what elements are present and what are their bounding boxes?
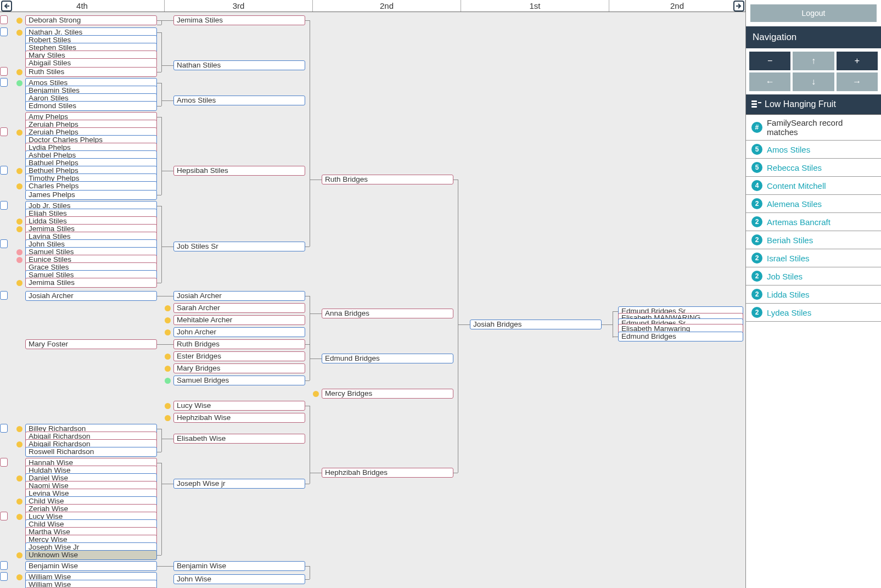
person-node[interactable]: Lucy Wise bbox=[173, 401, 305, 411]
status-dot bbox=[16, 80, 23, 86]
person-stub[interactable] bbox=[0, 166, 8, 175]
person-stub[interactable] bbox=[0, 78, 8, 87]
person-node[interactable]: Josiah Archer bbox=[173, 291, 305, 301]
person-node[interactable]: Hepsibah Stiles bbox=[173, 166, 305, 176]
person-node[interactable]: Jemima Stiles bbox=[25, 278, 157, 288]
person-node[interactable]: Mary Foster bbox=[25, 339, 157, 349]
connector-line bbox=[305, 484, 310, 484]
person-stub[interactable] bbox=[0, 239, 8, 248]
person-node[interactable]: Ruth Bridges bbox=[173, 339, 305, 349]
person-stub[interactable] bbox=[0, 424, 8, 433]
connector-line bbox=[161, 83, 162, 106]
person-node[interactable]: James Phelps bbox=[25, 190, 157, 200]
status-dot bbox=[16, 249, 23, 255]
navigation-buttons: − ↑ + ← ↓ → bbox=[746, 48, 881, 94]
person-node[interactable]: Ester Bridges bbox=[173, 351, 305, 361]
lhf-item[interactable]: 2Beriah Stiles bbox=[746, 231, 881, 249]
person-stub[interactable] bbox=[0, 127, 8, 136]
person-node[interactable]: Josiah Archer bbox=[25, 291, 157, 301]
connector-line bbox=[157, 296, 173, 296]
person-stub[interactable] bbox=[0, 201, 8, 210]
person-node[interactable]: Sarah Archer bbox=[173, 303, 305, 313]
person-node[interactable]: Hephzibah Bridges bbox=[322, 468, 453, 478]
lhf-badge: 2 bbox=[751, 234, 762, 245]
pan-down-button[interactable]: ↓ bbox=[793, 72, 834, 91]
pan-up-button[interactable]: ↑ bbox=[793, 52, 834, 70]
lhf-item[interactable]: 2Lydea Stiles bbox=[746, 304, 881, 322]
expand-left-button[interactable] bbox=[1, 1, 12, 12]
lhf-item[interactable]: 2Alemena Stiles bbox=[746, 195, 881, 213]
lhf-item[interactable]: 2Israel Stiles bbox=[746, 249, 881, 267]
person-node[interactable]: Josiah Bridges bbox=[470, 320, 602, 329]
person-node[interactable]: Anna Bridges bbox=[322, 309, 453, 318]
person-node[interactable]: Benjamin Wise bbox=[173, 561, 305, 571]
person-node[interactable]: Edmund Bridges bbox=[322, 354, 453, 363]
connector-line bbox=[310, 20, 310, 247]
family-tree[interactable]: Deborah StrongNathan Jr. StilesRobert St… bbox=[0, 12, 745, 588]
arrow-expand-right-icon bbox=[736, 3, 742, 9]
status-dot bbox=[16, 183, 23, 189]
connector-line bbox=[157, 555, 161, 556]
person-node[interactable]: Ruth Bridges bbox=[322, 175, 453, 184]
lhf-link[interactable]: Content Mitchell bbox=[767, 181, 826, 191]
connector-line bbox=[458, 324, 470, 325]
lhf-title: Low Hanging Fruit bbox=[765, 99, 836, 109]
expand-right-button[interactable] bbox=[733, 1, 744, 12]
person-stub[interactable] bbox=[0, 67, 8, 76]
lhf-item[interactable]: 4Content Mitchell bbox=[746, 177, 881, 195]
person-node[interactable]: John Wise bbox=[173, 574, 305, 584]
person-node[interactable]: Roswell Richardson bbox=[25, 447, 157, 457]
person-stub[interactable] bbox=[0, 572, 8, 581]
zoom-out-button[interactable]: − bbox=[749, 52, 790, 70]
person-node[interactable]: Amos Stiles bbox=[173, 96, 305, 105]
person-stub[interactable] bbox=[0, 561, 8, 570]
person-node[interactable]: Elisabeth Wise bbox=[173, 434, 305, 444]
lhf-link[interactable]: Lidda Stiles bbox=[767, 290, 810, 299]
zoom-in-button[interactable]: + bbox=[837, 52, 878, 70]
logout-button[interactable]: Logout bbox=[750, 4, 877, 22]
lhf-item[interactable]: 5Amos Stiles bbox=[746, 141, 881, 159]
person-node[interactable]: Joseph Wise jr bbox=[173, 479, 305, 489]
person-node[interactable]: Mercy Bridges bbox=[322, 389, 453, 399]
lhf-link[interactable]: Alemena Stiles bbox=[767, 199, 822, 209]
person-stub[interactable] bbox=[0, 458, 8, 467]
person-node[interactable]: Hephzibah Wise bbox=[173, 413, 305, 423]
person-node[interactable]: Mehitable Archer bbox=[173, 315, 305, 325]
connector-line bbox=[310, 406, 310, 484]
lhf-item[interactable]: 2Artemas Bancraft bbox=[746, 213, 881, 231]
person-node[interactable]: John Archer bbox=[173, 327, 305, 337]
person-node[interactable]: Job Stiles Sr bbox=[173, 242, 305, 251]
lhf-item[interactable]: 2Lidda Stiles bbox=[746, 285, 881, 304]
person-node[interactable]: Benjamin Wise bbox=[25, 561, 157, 571]
person-stub[interactable] bbox=[0, 27, 8, 36]
connector-line bbox=[161, 20, 173, 21]
person-stub[interactable] bbox=[0, 512, 8, 520]
person-node[interactable]: Jemima Stiles bbox=[173, 15, 305, 25]
lhf-item[interactable]: 2Job Stiles bbox=[746, 267, 881, 285]
person-node[interactable]: Edmond Stiles bbox=[25, 101, 157, 111]
status-dot bbox=[16, 426, 23, 432]
lhf-link[interactable]: Israel Stiles bbox=[767, 254, 810, 263]
lhf-link[interactable]: Beriah Stiles bbox=[767, 236, 813, 245]
lhf-link[interactable]: Amos Stiles bbox=[767, 145, 810, 154]
lhf-link[interactable]: Lydea Stiles bbox=[767, 308, 811, 317]
person-node[interactable]: William Wise bbox=[25, 580, 157, 588]
person-node[interactable]: Mary Bridges bbox=[173, 363, 305, 373]
person-stub[interactable] bbox=[0, 15, 8, 24]
person-node[interactable]: Edmund Bridges bbox=[618, 332, 743, 341]
lhf-link[interactable]: Artemas Bancraft bbox=[767, 217, 831, 227]
pan-right-button[interactable]: → bbox=[837, 72, 878, 91]
lhf-item[interactable]: 5Rebecca Stiles bbox=[746, 159, 881, 177]
person-node[interactable]: Samuel Bridges bbox=[173, 376, 305, 385]
generation-headers: 4th 3rd 2nd 1st 2nd bbox=[0, 0, 745, 12]
person-node[interactable]: Nathan Stiles bbox=[173, 60, 305, 70]
person-stub[interactable] bbox=[0, 291, 8, 300]
lhf-link[interactable]: Rebecca Stiles bbox=[767, 163, 822, 172]
person-node[interactable]: Ruth Stiles bbox=[25, 67, 157, 77]
status-dot bbox=[16, 280, 23, 286]
person-node[interactable]: Deborah Strong bbox=[25, 15, 157, 25]
pan-left-button[interactable]: ← bbox=[749, 72, 790, 91]
person-node[interactable]: Unknown Wise bbox=[25, 550, 157, 560]
lhf-badge-header: # bbox=[751, 122, 762, 133]
lhf-link[interactable]: Job Stiles bbox=[767, 272, 803, 281]
